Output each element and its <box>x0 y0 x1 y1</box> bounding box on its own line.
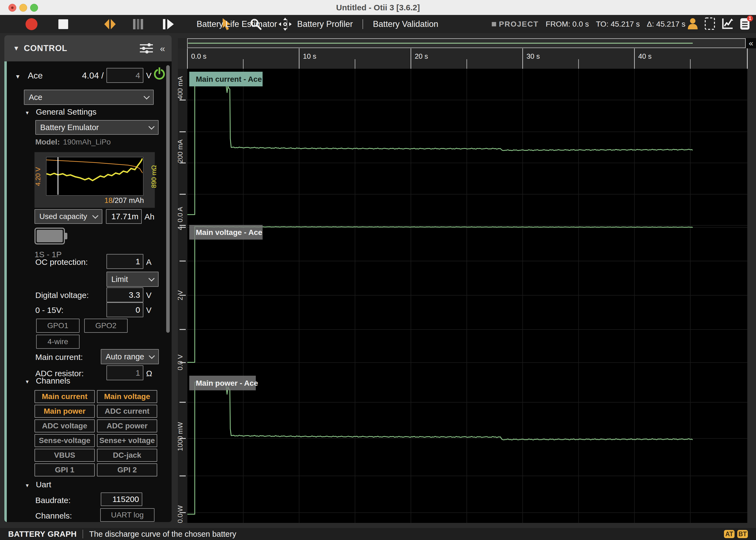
otii-window: Untitled - Otii 3 [3.6.2] <box>0 0 756 540</box>
oc-unit: A <box>146 257 152 267</box>
expand-horizontal-button[interactable] <box>104 15 116 33</box>
channel-button-main-voltage[interactable]: Main voltage <box>97 390 157 403</box>
at-badge[interactable]: AT <box>724 530 734 538</box>
status-description: The discharge curve of the chosen batter… <box>89 530 236 539</box>
notes-badge: 1 <box>747 16 753 22</box>
channel-button-main-current[interactable]: Main current <box>35 390 95 403</box>
y-axis-label: 4 <box>178 226 184 230</box>
graph-area: 400 mA200 mA0.0 A42 V0.0 V1000 mW0.0 W0.… <box>178 38 756 523</box>
bt-badge[interactable]: BT <box>737 530 748 538</box>
uart-channels-label: Channels: <box>35 511 72 520</box>
voltage-unit: V <box>146 71 152 80</box>
gpo1-button[interactable]: GPO1 <box>36 319 79 333</box>
chevron-down-icon <box>149 353 155 359</box>
channels-header[interactable]: ▾ Channels <box>26 376 70 385</box>
channel-chip-label: Main current - Ace <box>196 75 262 83</box>
main-current-range-select[interactable]: Auto range <box>101 349 159 364</box>
channel-button-dc-jack[interactable]: DC-jack <box>97 449 157 462</box>
minimize-window-button[interactable] <box>19 4 27 12</box>
channel-button-sense-voltage[interactable]: Sense+ voltage <box>97 434 157 447</box>
y-axis-label: 400 mA <box>178 76 184 99</box>
status-title: BATTERY GRAPH <box>8 530 76 539</box>
channel-button-vbus[interactable]: VBUS <box>35 449 95 462</box>
chevron-down-icon <box>149 275 155 282</box>
power-toggle-button[interactable] <box>153 68 166 82</box>
user-button[interactable] <box>687 17 698 31</box>
channel-button-gpi-2[interactable]: GPI 2 <box>97 464 157 476</box>
device-select[interactable]: Ace <box>24 90 154 105</box>
battery-model-thumbnail[interactable]: 4.20 V 890 mΩ 18/207 mAh <box>35 152 155 208</box>
channel-button-adc-voltage[interactable]: ADC voltage <box>35 419 95 433</box>
channel-button-sense-voltage[interactable]: Sense-voltage <box>35 434 95 447</box>
step-forward-button[interactable] <box>162 15 174 33</box>
project-label: PROJECT <box>492 20 539 29</box>
uart-header[interactable]: ▾ Uart <box>26 480 51 489</box>
power-icon <box>153 68 166 81</box>
aux-voltage-input[interactable]: 0 <box>106 302 143 317</box>
device-row[interactable]: ▼ Ace <box>15 70 43 81</box>
split-columns-button[interactable] <box>133 15 143 33</box>
control-panel: ▼ CONTROL « ▼ Ace 4.04 / 4 V <box>4 35 172 522</box>
general-settings-header[interactable]: ▾ General Settings <box>26 107 96 116</box>
capacity-mode-select[interactable]: Used capacity <box>35 209 102 224</box>
notes-button[interactable]: 1 <box>740 17 751 31</box>
range-delta: Δ:45.217 s <box>647 20 686 29</box>
channel-button-adc-current[interactable]: ADC current <box>97 405 157 418</box>
oc-protection-input[interactable]: 1 <box>106 254 143 269</box>
user-icon <box>687 17 698 30</box>
close-window-button[interactable] <box>8 4 16 12</box>
collapse-overview-button[interactable]: « <box>746 38 756 48</box>
collapse-panel-icon[interactable]: « <box>160 43 165 54</box>
record-button[interactable] <box>25 15 38 33</box>
chevron-down-icon: ▾ <box>26 482 29 488</box>
sidebar-scrollbar[interactable] <box>166 65 170 333</box>
tab-battery-validation[interactable]: Battery Validation <box>363 19 448 29</box>
y-axis-label: 0.0 V <box>178 354 184 370</box>
main-current-label: Main current: <box>35 352 83 362</box>
set-voltage-input[interactable]: 4 <box>106 68 143 83</box>
aux-voltage-unit: V <box>146 306 152 315</box>
time-tick-label: 10 s <box>303 52 316 60</box>
model-value: 190mAh_LiPo <box>63 138 111 146</box>
digital-voltage-unit: V <box>146 291 152 300</box>
y-axis-label: 2 V <box>178 290 184 300</box>
maximize-window-button[interactable] <box>30 4 38 12</box>
record-icon <box>26 18 38 30</box>
capacity-value-input[interactable]: 17.71m <box>106 209 142 224</box>
control-panel-header[interactable]: ▼ CONTROL « <box>4 35 172 62</box>
oc-mode-select[interactable]: Limit <box>106 272 159 287</box>
measurement-charts[interactable]: 400 mA200 mA0.0 A42 V0.0 V1000 mW0.0 W0.… <box>178 38 756 523</box>
status-bar: BATTERY GRAPH The discharge curve of the… <box>0 528 756 540</box>
split-columns-icon <box>133 19 143 30</box>
time-tick-label: 20 s <box>415 52 428 60</box>
project-square-icon <box>492 22 496 26</box>
stop-button[interactable] <box>58 15 69 33</box>
gpo2-button[interactable]: GPO2 <box>84 319 128 333</box>
channel-button-gpi-1[interactable]: GPI 1 <box>35 464 95 476</box>
baudrate-input[interactable]: 115200 <box>101 492 142 506</box>
thumb-soc-caption: 18/207 mAh <box>104 197 144 205</box>
tab-battery-profiler[interactable]: Battery Profiler <box>287 19 362 29</box>
digital-voltage-input[interactable]: 3.3 <box>106 287 143 302</box>
channels-grid: Main currentMain voltageMain powerADC cu… <box>35 390 157 476</box>
uart-log-button[interactable]: UART log <box>100 508 155 522</box>
aux-voltage-label: 0 - 15V: <box>35 306 63 315</box>
channel-button-adc-power[interactable]: ADC power <box>97 419 157 433</box>
adc-resistor-unit: Ω <box>146 369 152 378</box>
filter-sliders-icon[interactable] <box>139 42 154 54</box>
four-wire-button[interactable]: 4-wire <box>36 335 79 349</box>
toolbar: Battery Life Estimator Battery Profiler … <box>0 15 756 33</box>
statistics-button[interactable] <box>721 17 734 31</box>
tab-battery-life-estimator[interactable]: Battery Life Estimator <box>187 19 287 29</box>
window-title: Untitled - Otii 3 [3.6.2] <box>336 3 420 12</box>
adc-resistor-input[interactable]: 1 <box>106 365 143 380</box>
chevron-down-icon <box>92 213 99 219</box>
thumb-voltage-axis-label: 4.20 V <box>34 167 42 186</box>
device-measured-voltage: 4.04 / <box>67 70 104 81</box>
oc-protection-label: OC protection: <box>35 257 88 267</box>
chevron-down-icon: ▼ <box>15 73 21 79</box>
channel-button-main-power[interactable]: Main power <box>35 405 95 418</box>
selection-box-button[interactable] <box>704 17 715 31</box>
title-bar: Untitled - Otii 3 [3.6.2] <box>0 0 756 15</box>
supply-mode-select[interactable]: Battery Emulator <box>35 120 159 135</box>
